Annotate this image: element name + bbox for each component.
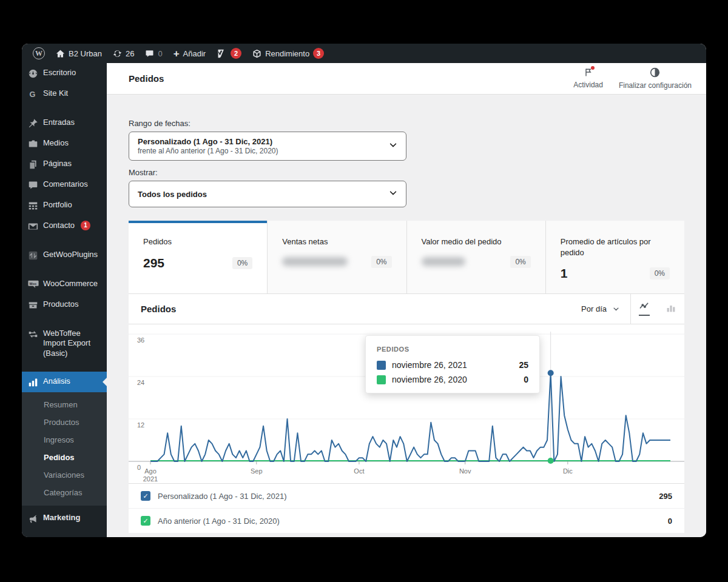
legend-series-value: 0 [668,517,672,526]
legend-series-value: 295 [659,492,672,501]
sidebar-item-label: Análisis [43,376,70,386]
sidebar-item-site-kit[interactable]: GSite Kit [22,84,107,104]
sidebar-item-an-lisis[interactable]: Análisis [22,372,107,392]
sidebar-item-label: WebToffee Import Export (Basic) [43,329,102,358]
new-content-menu[interactable]: + Añadir [169,44,211,63]
sidebar-item-getwooplugins[interactable]: GetWooPlugins [22,245,107,266]
performance-menu[interactable]: Rendimiento 3 [248,44,329,63]
interval-dropdown[interactable]: Por día [570,304,630,313]
progress-circle-icon [650,67,660,79]
y-axis-tick-label: 36 [137,336,144,344]
summary-tab-promedio-de-art-culos-por-pedido[interactable]: Promedio de artículos por pedido10% [546,221,684,293]
analytics-icon [28,377,38,387]
submenu-item-pedidos[interactable]: Pedidos [22,449,107,466]
y-axis-tick-label: 12 [137,421,144,429]
orders-chart-panel: Pedidos Por día [129,294,684,484]
media-icon [28,139,38,149]
tooltip-row: noviembre 26, 20200 [377,375,528,384]
series-swatch [377,361,386,370]
yoast-icon [217,48,227,59]
screen: W B2 Urban 26 0 + [0,0,728,582]
sidebar-item-label: GetWooPlugins [43,250,98,259]
tab-label: Pedidos [143,236,252,247]
finish-setup-button[interactable]: Finalizar configuración [619,67,692,90]
orders-chart[interactable]: 0122436Ago2021SepOctNovDic PEDIDOS novie… [129,324,684,483]
wp-sidebar: EscritorioGSite KitEntradasMediosPáginas… [22,63,107,537]
series-checkbox[interactable]: ✓ [141,516,150,526]
analytics-report: Rango de fechas: Personalizado (1 Ago - … [107,95,706,537]
tab-value: 295 [143,256,164,270]
site-name-menu[interactable]: B2 Urban [51,44,107,63]
sidebar-item-webtoffee-import-export-basic-[interactable]: WebToffee Import Export (Basic) [22,324,107,363]
x-axis-tick-label: Sep [251,467,263,475]
sidebar-item-label: WooCommerce [43,279,98,289]
updates-icon [113,49,122,58]
sync-icon [28,329,38,340]
submenu-item-variaciones[interactable]: Variaciones [22,466,107,484]
analytics-submenu: ResumenProductosIngresosPedidosVariacion… [22,392,107,506]
sidebar-item-medios[interactable]: Medios [22,133,107,154]
sidebar-item-label: Contacto [43,221,75,230]
show-filter-dropdown[interactable]: Todos los pedidos [129,181,406,207]
comment-icon [145,49,154,58]
blurred-value [422,257,465,266]
wp-logo-menu[interactable]: W [28,44,50,63]
submenu-item-productos[interactable]: Productos [22,413,107,431]
performance-label: Rendimiento [265,49,309,58]
megaphone-icon [28,513,38,524]
show-filter-label: Mostrar: [129,168,684,177]
sidebar-item-label: Entradas [43,118,75,127]
submenu-item-resumen[interactable]: Resumen [22,396,107,413]
sidebar-item-marketing[interactable]: Marketing [22,508,107,529]
legend-row[interactable]: ✓Personalizado (1 Ago - 31 Dic, 2021)295 [129,484,684,509]
updates-menu[interactable]: 26 [108,44,139,63]
new-content-label: Añadir [183,49,206,58]
summary-tab-valor-medio-del-pedido[interactable]: Valor medio del pedido0% [407,221,546,293]
submenu-item-ingresos[interactable]: Ingresos [22,431,107,449]
date-range-dropdown[interactable]: Personalizado (1 Ago - 31 Dic, 2021) fre… [129,132,406,161]
sidebar-item-label: Marketing [43,513,80,523]
legend-series-label: Personalizado (1 Ago - 31 Dic, 2021) [158,492,659,501]
browser-window: W B2 Urban 26 0 + [22,44,706,537]
chart-title: Pedidos [129,304,176,314]
svg-text:G: G [30,90,36,99]
activity-button[interactable]: Actividad [573,67,603,90]
bar-chart-icon [666,304,676,315]
activity-label: Actividad [573,81,603,89]
sidebar-item-portfolio[interactable]: Portfolio [22,195,107,216]
series-checkbox[interactable]: ✓ [141,491,150,501]
sidebar-item-label: Páginas [43,159,72,169]
summary-tab-ventas-netas[interactable]: Ventas netas0% [268,221,406,293]
interval-value: Por día [581,304,607,313]
show-filter-value: Todos los pedidos [138,190,383,199]
submenu-item-cupones[interactable]: Cupones [22,501,107,506]
home-icon [56,49,65,58]
sidebar-item-escritorio[interactable]: Escritorio [22,63,107,84]
yoast-seo-menu[interactable]: 2 [212,44,246,63]
line-chart-icon [639,302,650,316]
woocommerce-icon: Woo [28,279,38,290]
tab-label: Valor medio del pedido [422,236,531,247]
bar-chart-toggle-button[interactable] [658,294,684,324]
comments-menu[interactable]: 0 [140,44,167,63]
summary-tab-pedidos[interactable]: Pedidos2950% [129,221,268,293]
tooltip-series-value: 0 [524,375,528,384]
wp-admin-bar: W B2 Urban 26 0 + [22,44,706,63]
sidebar-item-entradas[interactable]: Entradas [22,113,107,133]
legend-row[interactable]: ✓Año anterior (1 Ago - 31 Dic, 2020)0 [129,509,684,533]
tooltip-heading: PEDIDOS [377,346,528,353]
sidebar-item-label: Escritorio [43,68,76,78]
x-axis-year-label: 2021 [143,475,158,483]
line-chart-toggle-button[interactable] [631,294,658,324]
sidebar-item-label: Portfolio [43,200,72,210]
sidebar-item-woocommerce[interactable]: WooWooCommerce [22,274,107,295]
submenu-item-categor-as[interactable]: Categorías [22,484,107,501]
unread-badge: 1 [81,221,90,230]
sidebar-item-contacto[interactable]: Contacto1 [22,216,107,236]
comments-count: 0 [158,49,162,58]
sidebar-item-p-ginas[interactable]: Páginas [22,154,107,175]
sidebar-item-label: Medios [43,138,69,148]
sidebar-item-label: Productos [43,299,79,309]
sidebar-item-comentarios[interactable]: Comentarios [22,175,107,195]
sidebar-item-productos[interactable]: Productos [22,295,107,315]
